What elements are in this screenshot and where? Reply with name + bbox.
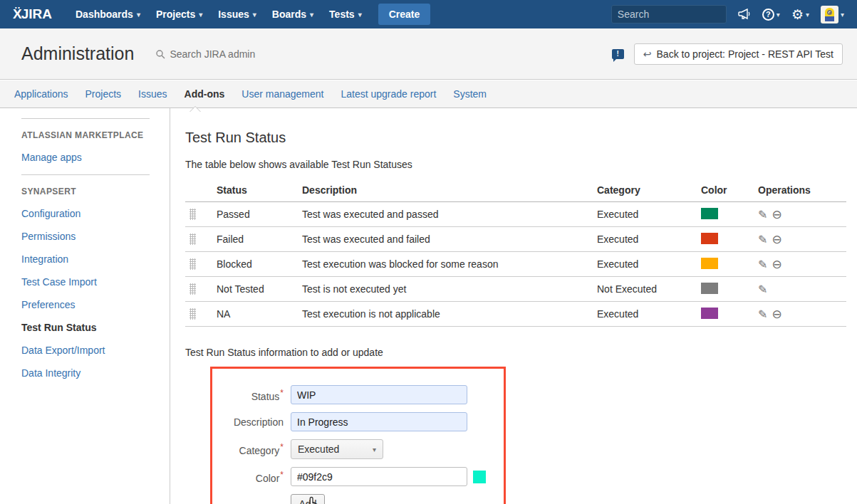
tab-latest-upgrade-report[interactable]: Latest upgrade report bbox=[341, 88, 436, 100]
gear-icon: ⚙ bbox=[791, 8, 804, 21]
sidebar-item-integration[interactable]: Integration bbox=[21, 253, 170, 265]
header-description: Description bbox=[302, 179, 597, 202]
global-search[interactable] bbox=[611, 5, 727, 23]
sidebar-item-preferences[interactable]: Preferences bbox=[21, 299, 170, 310]
cell-category: Not Executed bbox=[597, 277, 701, 302]
table-row: Not Tested Test is not executed yet Not … bbox=[185, 277, 846, 302]
sidebar-item-configuration[interactable]: Configuration bbox=[21, 208, 170, 219]
header-color: Color bbox=[701, 179, 758, 202]
help-icon: ? bbox=[762, 9, 774, 21]
tab-issues[interactable]: Issues bbox=[138, 88, 167, 100]
cell-description: Test execution was blocked for some reas… bbox=[302, 252, 597, 277]
main-content: Test Run Status The table below shows av… bbox=[185, 108, 846, 504]
cell-category: Executed bbox=[597, 252, 701, 277]
admin-search-input[interactable] bbox=[170, 48, 298, 60]
tab-applications[interactable]: Applications bbox=[14, 88, 68, 100]
admin-settings-menu[interactable]: ⚙ ▾ bbox=[791, 8, 809, 21]
table-row: NA Test execution is not applicable Exec… bbox=[185, 302, 846, 327]
chevron-down-icon: ▾ bbox=[373, 446, 376, 453]
mouse-cursor-icon bbox=[306, 496, 320, 504]
description-field[interactable] bbox=[291, 412, 467, 431]
status-color-swatch bbox=[701, 283, 718, 294]
feedback-icon[interactable]: ! bbox=[612, 49, 624, 59]
remove-icon[interactable]: ⊖ bbox=[772, 233, 781, 246]
required-marker: * bbox=[280, 470, 284, 480]
color-field-label: Color* bbox=[212, 470, 284, 484]
status-color-swatch bbox=[701, 233, 718, 244]
create-button[interactable]: Create bbox=[378, 4, 431, 25]
edit-icon[interactable]: ✎ bbox=[758, 208, 767, 221]
megaphone-icon bbox=[738, 9, 751, 20]
header-status: Status bbox=[217, 179, 302, 202]
chevron-down-icon: ▾ bbox=[253, 11, 256, 19]
jira-logo[interactable]: ẌJIRA bbox=[13, 6, 52, 22]
required-marker: * bbox=[280, 442, 284, 452]
chevron-down-icon: ▾ bbox=[841, 11, 844, 19]
content-title: Test Run Status bbox=[185, 130, 846, 146]
global-search-input[interactable] bbox=[618, 9, 747, 20]
announcements-button[interactable] bbox=[738, 9, 751, 20]
sidebar-item-test-run-status[interactable]: Test Run Status bbox=[21, 322, 170, 333]
remove-icon[interactable]: ⊖ bbox=[772, 209, 781, 221]
user-profile-menu[interactable]: ▾ bbox=[821, 6, 844, 23]
chevron-down-icon: ▾ bbox=[806, 11, 809, 19]
drag-handle-icon[interactable] bbox=[189, 233, 196, 245]
menu-boards[interactable]: Boards ▾ bbox=[272, 9, 313, 20]
jira-logo-mark-icon: Ẍ bbox=[13, 6, 21, 22]
menu-projects[interactable]: Projects ▾ bbox=[156, 9, 202, 20]
remove-icon[interactable]: ⊖ bbox=[772, 258, 781, 271]
sidebar-item-test-case-import[interactable]: Test Case Import bbox=[21, 276, 170, 288]
admin-search[interactable] bbox=[155, 48, 298, 60]
menu-dashboards[interactable]: Dashboards ▾ bbox=[76, 9, 140, 20]
sidebar-item-permissions[interactable]: Permissions bbox=[21, 231, 170, 242]
color-preview-swatch bbox=[473, 471, 486, 483]
sidebar-item-manage-apps[interactable]: Manage apps bbox=[21, 152, 170, 163]
edit-icon[interactable]: ✎ bbox=[758, 258, 767, 271]
chevron-down-icon: ▾ bbox=[137, 11, 140, 19]
cell-description: Test was executed and failed bbox=[302, 227, 597, 252]
sidebar-item-data-export-import[interactable]: Data Export/Import bbox=[21, 345, 170, 356]
edit-icon[interactable]: ✎ bbox=[758, 308, 767, 321]
back-to-project-button[interactable]: ↩ Back to project: Project - REST API Te… bbox=[634, 43, 843, 65]
status-color-swatch bbox=[701, 258, 718, 269]
table-header-row: Status Description Category Color Operat… bbox=[185, 179, 846, 202]
table-row: Failed Test was executed and failed Exec… bbox=[185, 227, 846, 252]
cell-status: NA bbox=[217, 302, 302, 327]
menu-tests[interactable]: Tests ▾ bbox=[329, 9, 362, 20]
tab-user-management[interactable]: User management bbox=[241, 88, 323, 100]
status-table: Status Description Category Color Operat… bbox=[185, 179, 846, 327]
header-category: Category bbox=[597, 179, 701, 202]
color-field[interactable] bbox=[291, 467, 467, 486]
chevron-down-icon: ▾ bbox=[777, 11, 780, 19]
category-select[interactable]: Executed ▾ bbox=[291, 439, 383, 459]
table-row: Passed Test was executed and passed Exec… bbox=[185, 202, 846, 227]
cell-status: Passed bbox=[217, 202, 302, 227]
edit-icon[interactable]: ✎ bbox=[758, 233, 767, 246]
table-row: Blocked Test execution was blocked for s… bbox=[185, 252, 846, 277]
top-navbar: ẌJIRA Dashboards ▾ Projects ▾ Issues ▾ B… bbox=[0, 0, 857, 28]
cell-category: Executed bbox=[597, 227, 701, 252]
tab-system[interactable]: System bbox=[453, 88, 487, 100]
drag-handle-icon[interactable] bbox=[189, 258, 196, 270]
required-marker: * bbox=[280, 388, 284, 398]
menu-issues[interactable]: Issues ▾ bbox=[218, 9, 256, 20]
cell-description: Test was executed and passed bbox=[302, 202, 597, 227]
help-menu[interactable]: ? ▾ bbox=[762, 9, 780, 21]
status-field[interactable] bbox=[291, 385, 467, 404]
cell-status: Not Tested bbox=[217, 277, 302, 302]
drag-handle-icon[interactable] bbox=[189, 209, 196, 220]
cell-category: Executed bbox=[597, 302, 701, 327]
search-icon bbox=[155, 49, 165, 59]
category-field-label: Category* bbox=[212, 442, 284, 456]
tab-add-ons[interactable]: Add-ons bbox=[185, 88, 225, 100]
description-field-label: Description bbox=[212, 416, 284, 428]
header-operations: Operations bbox=[758, 179, 846, 202]
drag-handle-icon[interactable] bbox=[189, 283, 196, 295]
drag-handle-icon[interactable] bbox=[189, 308, 196, 320]
edit-icon[interactable]: ✎ bbox=[758, 283, 767, 296]
remove-icon[interactable]: ⊖ bbox=[772, 308, 781, 320]
sidebar-item-data-integrity[interactable]: Data Integrity bbox=[21, 367, 170, 379]
divider bbox=[21, 174, 150, 175]
tab-projects[interactable]: Projects bbox=[85, 88, 122, 100]
cell-status: Blocked bbox=[217, 252, 302, 277]
